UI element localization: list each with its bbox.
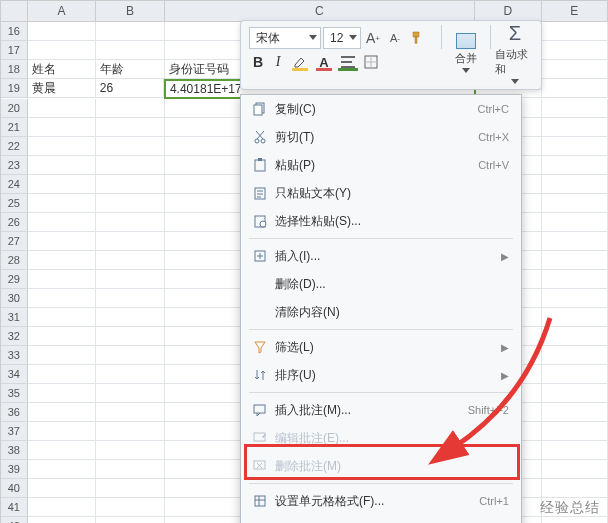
cell-B36[interactable] xyxy=(96,403,164,422)
cell-A31[interactable] xyxy=(28,308,96,327)
font-color-button[interactable]: A xyxy=(313,53,335,71)
row-header-27[interactable]: 27 xyxy=(1,232,28,251)
cell-E16[interactable] xyxy=(542,22,608,41)
cell-B42[interactable] xyxy=(96,517,164,523)
select-all-corner[interactable] xyxy=(1,1,28,22)
cell-E18[interactable] xyxy=(542,60,608,79)
cell-A37[interactable] xyxy=(28,422,96,441)
cell-B40[interactable] xyxy=(96,479,164,498)
cell-E35[interactable] xyxy=(542,384,608,403)
row-header-22[interactable]: 22 xyxy=(1,137,28,156)
menu-item-1[interactable]: 剪切(T)Ctrl+X xyxy=(241,123,521,151)
cell-A30[interactable] xyxy=(28,289,96,308)
cell-E31[interactable] xyxy=(542,308,608,327)
cell-A24[interactable] xyxy=(28,175,96,194)
cell-A38[interactable] xyxy=(28,441,96,460)
cell-A27[interactable] xyxy=(28,232,96,251)
cell-A16[interactable] xyxy=(28,22,96,41)
cell-B27[interactable] xyxy=(96,232,164,251)
row-header-37[interactable]: 37 xyxy=(1,422,28,441)
cell-A42[interactable] xyxy=(28,517,96,523)
cell-B41[interactable] xyxy=(96,498,164,517)
row-header-23[interactable]: 23 xyxy=(1,156,28,175)
menu-item-2[interactable]: 粘贴(P)Ctrl+V xyxy=(241,151,521,179)
cell-A32[interactable] xyxy=(28,327,96,346)
row-header-19[interactable]: 19 xyxy=(1,79,28,98)
cell-E40[interactable] xyxy=(542,479,608,498)
cell-A18[interactable]: 姓名 xyxy=(28,60,96,79)
row-header-35[interactable]: 35 xyxy=(1,384,28,403)
cell-B25[interactable] xyxy=(96,194,164,213)
cell-A23[interactable] xyxy=(28,156,96,175)
cell-A34[interactable] xyxy=(28,365,96,384)
cell-B30[interactable] xyxy=(96,289,164,308)
cell-E37[interactable] xyxy=(542,422,608,441)
cell-A21[interactable] xyxy=(28,118,96,137)
cell-A22[interactable] xyxy=(28,137,96,156)
col-header-E[interactable]: E xyxy=(542,1,608,22)
cell-A40[interactable] xyxy=(28,479,96,498)
menu-item-3[interactable]: 只粘贴文本(Y) xyxy=(241,179,521,207)
cell-B21[interactable] xyxy=(96,118,164,137)
cell-E33[interactable] xyxy=(542,346,608,365)
cell-E22[interactable] xyxy=(542,137,608,156)
cell-B22[interactable] xyxy=(96,137,164,156)
row-header-30[interactable]: 30 xyxy=(1,289,28,308)
cell-E36[interactable] xyxy=(542,403,608,422)
cell-B28[interactable] xyxy=(96,251,164,270)
row-header-31[interactable]: 31 xyxy=(1,308,28,327)
row-header-33[interactable]: 33 xyxy=(1,346,28,365)
cell-B29[interactable] xyxy=(96,270,164,289)
row-header-28[interactable]: 28 xyxy=(1,251,28,270)
col-header-A[interactable]: A xyxy=(28,1,96,22)
cell-E32[interactable] xyxy=(542,327,608,346)
row-header-39[interactable]: 39 xyxy=(1,460,28,479)
cell-B26[interactable] xyxy=(96,213,164,232)
row-header-16[interactable]: 16 xyxy=(1,22,28,41)
row-header-25[interactable]: 25 xyxy=(1,194,28,213)
cell-E17[interactable] xyxy=(542,41,608,60)
cell-B17[interactable] xyxy=(96,41,164,60)
row-header-18[interactable]: 18 xyxy=(1,60,28,79)
menu-item-11[interactable]: 排序(U)▶ xyxy=(241,361,521,389)
row-header-21[interactable]: 21 xyxy=(1,118,28,137)
row-header-34[interactable]: 34 xyxy=(1,365,28,384)
highlight-color-button[interactable] xyxy=(289,53,311,71)
cell-A41[interactable] xyxy=(28,498,96,517)
cell-A17[interactable] xyxy=(28,41,96,60)
cell-E26[interactable] xyxy=(542,213,608,232)
cell-E20[interactable] xyxy=(542,99,608,118)
cell-B20[interactable] xyxy=(96,99,164,118)
cell-B16[interactable] xyxy=(96,22,164,41)
cell-A26[interactable] xyxy=(28,213,96,232)
cell-E25[interactable] xyxy=(542,194,608,213)
menu-item-8[interactable]: 清除内容(N) xyxy=(241,298,521,326)
align-button[interactable] xyxy=(337,53,359,71)
cell-B24[interactable] xyxy=(96,175,164,194)
cell-A29[interactable] xyxy=(28,270,96,289)
cell-E34[interactable] xyxy=(542,365,608,384)
cell-E38[interactable] xyxy=(542,441,608,460)
cell-B19[interactable]: 26 xyxy=(96,79,164,98)
cell-A25[interactable] xyxy=(28,194,96,213)
row-header-17[interactable]: 17 xyxy=(1,41,28,60)
menu-item-10[interactable]: 筛选(L)▶ xyxy=(241,333,521,361)
cell-E42[interactable] xyxy=(542,517,608,523)
row-header-41[interactable]: 41 xyxy=(1,498,28,517)
font-name-dropdown[interactable]: 宋体 xyxy=(249,27,321,49)
merge-cells-button[interactable]: 合并 xyxy=(446,25,486,81)
row-header-24[interactable]: 24 xyxy=(1,175,28,194)
cell-E19[interactable] xyxy=(542,79,608,98)
cell-B35[interactable] xyxy=(96,384,164,403)
font-size-dropdown[interactable]: 12 xyxy=(323,27,361,49)
autosum-button[interactable]: Σ 自动求和 xyxy=(495,25,535,81)
cell-B37[interactable] xyxy=(96,422,164,441)
cell-B38[interactable] xyxy=(96,441,164,460)
menu-item-13[interactable]: 插入批注(M)...Shift+F2 xyxy=(241,396,521,424)
cell-A35[interactable] xyxy=(28,384,96,403)
cell-E39[interactable] xyxy=(542,460,608,479)
cell-B34[interactable] xyxy=(96,365,164,384)
menu-item-4[interactable]: 选择性粘贴(S)... xyxy=(241,207,521,235)
menu-item-6[interactable]: 插入(I)...▶ xyxy=(241,242,521,270)
menu-item-18[interactable]: 从下拉列表中选择(K)... xyxy=(241,515,521,523)
